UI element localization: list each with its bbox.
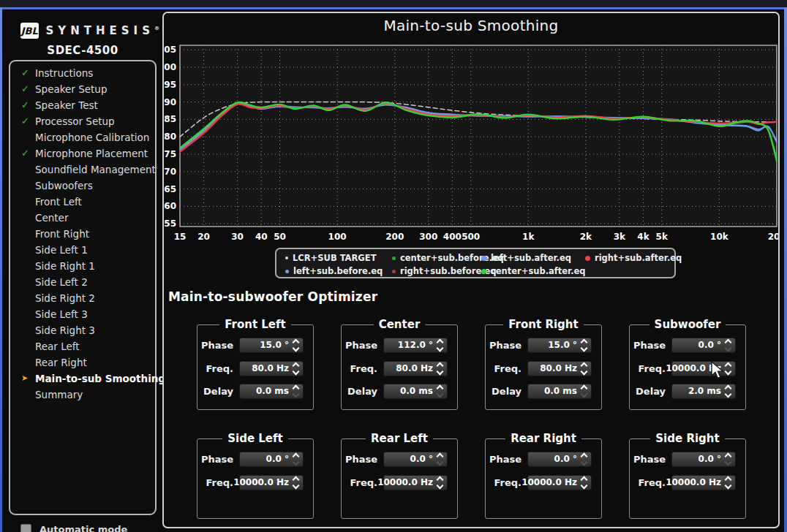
spinner-control[interactable] — [434, 453, 446, 466]
spinner-control[interactable] — [434, 339, 446, 352]
spinner-down-icon[interactable] — [437, 369, 443, 374]
spinner-control[interactable] — [579, 339, 590, 352]
sidebar-item-main-to-sub-smoothing[interactable]: ➤Main-to-sub Smoothing — [10, 370, 155, 387]
spinner-down-icon[interactable] — [293, 369, 298, 374]
spinner-down-icon[interactable] — [726, 392, 731, 397]
phase-input[interactable]: 15.0 ° — [239, 338, 304, 353]
freq-input[interactable]: 80.0 Hz — [383, 361, 448, 376]
sidebar-item-front-right[interactable]: Front Right — [10, 226, 155, 242]
phase-input[interactable]: 0.0 ° — [383, 452, 448, 467]
spinner-down-icon[interactable] — [293, 346, 298, 351]
spinner-control[interactable] — [434, 476, 446, 489]
field-value: 112.0 ° — [398, 338, 433, 352]
spinner-control[interactable] — [290, 362, 302, 375]
spinner-control[interactable] — [579, 453, 590, 466]
sidebar-item-side-right-2[interactable]: Side Right 2 — [10, 290, 155, 306]
spinner-up-icon[interactable] — [726, 477, 731, 482]
svg-text:80: 80 — [164, 132, 176, 142]
freq-input[interactable]: 10000.0 Hz — [239, 475, 304, 490]
phase-input[interactable]: 0.0 ° — [671, 338, 736, 353]
spinner-up-icon[interactable] — [581, 477, 587, 482]
spinner-control[interactable] — [290, 476, 302, 489]
spinner-control[interactable] — [434, 385, 446, 398]
spinner-control[interactable] — [579, 362, 590, 375]
spinner-down-icon[interactable] — [581, 369, 587, 374]
freq-input[interactable]: 10000.0 Hz — [527, 475, 592, 490]
spinner-down-icon[interactable] — [726, 369, 731, 374]
check-icon: ✓ — [21, 81, 33, 97]
spinner-control[interactable] — [290, 385, 302, 398]
spinner-control[interactable] — [723, 453, 734, 466]
delay-input[interactable]: 0.0 ms — [527, 384, 592, 399]
spinner-down-icon[interactable] — [581, 346, 587, 351]
spinner-control[interactable] — [723, 476, 734, 489]
sidebar-item-speaker-setup[interactable]: ✓Speaker Setup — [10, 81, 155, 97]
sidebar-item-microphone-placement[interactable]: ✓Microphone Placement — [10, 145, 155, 162]
spinner-control[interactable] — [290, 453, 302, 466]
spinner-down-icon[interactable] — [581, 460, 587, 465]
spinner-down-icon[interactable] — [437, 483, 443, 488]
spinner-control[interactable] — [723, 339, 734, 352]
sidebar-item-center[interactable]: Center — [10, 210, 155, 226]
sidebar-item-rear-left[interactable]: Rear Left — [10, 338, 155, 354]
sidebar-item-side-right-1[interactable]: Side Right 1 — [10, 258, 155, 274]
sidebar-item-instructions[interactable]: ✓Instructions — [10, 65, 155, 81]
spinner-down-icon[interactable] — [293, 460, 298, 465]
spinner-down-icon[interactable] — [437, 460, 443, 465]
spinner-up-icon[interactable] — [726, 363, 731, 368]
phase-input[interactable]: 112.0 ° — [383, 338, 448, 353]
sidebar-item-summary[interactable]: Summary — [10, 387, 155, 403]
freq-input[interactable]: 10000.0 Hz — [671, 475, 736, 490]
freq-input[interactable]: 10000.0 Hz — [671, 361, 736, 376]
delay-input[interactable]: 0.0 ms — [383, 384, 448, 399]
optimizer-panel-side-right: Side RightPhase0.0 °Freq.10000.0 Hz — [629, 433, 746, 519]
spinner-down-icon[interactable] — [293, 483, 298, 488]
spinner-down-icon[interactable] — [293, 392, 298, 397]
sidebar-item-rear-right[interactable]: Rear Right — [10, 354, 155, 370]
sidebar-item-speaker-test[interactable]: ✓Speaker Test — [10, 97, 155, 113]
freq-input[interactable]: 10000.0 Hz — [383, 475, 448, 490]
svg-text:10k: 10k — [710, 232, 729, 242]
field-label: Delay — [197, 384, 233, 399]
spinner-down-icon[interactable] — [437, 392, 443, 397]
phase-input[interactable]: 0.0 ° — [671, 452, 736, 467]
spinner-down-icon[interactable] — [581, 392, 587, 397]
sidebar-item-side-left-2[interactable]: Side Left 2 — [10, 274, 155, 290]
svg-text:15: 15 — [174, 232, 187, 242]
phase-input[interactable]: 15.0 ° — [527, 338, 592, 353]
spinner-control[interactable] — [579, 476, 590, 489]
field-label: Freq. — [341, 475, 377, 490]
freq-input[interactable]: 80.0 Hz — [527, 361, 592, 376]
automatic-mode-checkbox[interactable] — [20, 524, 31, 532]
delay-input[interactable]: 0.0 ms — [239, 384, 304, 399]
spinner-up-icon[interactable] — [293, 363, 298, 368]
spinner-control[interactable] — [434, 362, 446, 375]
sidebar-item-microphone-calibration[interactable]: Microphone Calibration — [10, 129, 155, 145]
spinner-down-icon[interactable] — [437, 346, 443, 351]
sidebar-item-side-right-3[interactable]: Side Right 3 — [10, 322, 155, 338]
spinner-up-icon[interactable] — [293, 477, 298, 482]
spinner-down-icon[interactable] — [726, 460, 731, 465]
page-title: Main-to-sub Smoothing — [164, 17, 778, 34]
spinner-up-icon[interactable] — [581, 363, 587, 368]
sidebar-item-front-left[interactable]: Front Left — [10, 194, 155, 210]
sidebar-item-soundfield-management[interactable]: Soundfield Management — [10, 162, 155, 178]
phase-input[interactable]: 0.0 ° — [239, 452, 304, 467]
spinner-control[interactable] — [290, 339, 302, 352]
delay-input[interactable]: 2.0 ms — [671, 384, 736, 399]
phase-input[interactable]: 0.0 ° — [527, 452, 592, 467]
sidebar-item-side-left-1[interactable]: Side Left 1 — [10, 242, 155, 258]
sidebar-item-processor-setup[interactable]: ✓Processor Setup — [10, 113, 155, 129]
spinner-up-icon[interactable] — [437, 477, 443, 482]
spinner-up-icon[interactable] — [437, 363, 443, 368]
optimizer-panel-rear-right: Rear RightPhase0.0 °Freq.10000.0 Hz — [485, 433, 602, 519]
freq-input[interactable]: 80.0 Hz — [239, 361, 304, 376]
field-value: 80.0 Hz — [252, 362, 289, 376]
sidebar-item-side-left-3[interactable]: Side Left 3 — [10, 306, 155, 322]
spinner-down-icon[interactable] — [726, 483, 731, 488]
spinner-down-icon[interactable] — [581, 483, 587, 488]
spinner-control[interactable] — [579, 385, 590, 398]
sidebar-item-subwoofers[interactable]: Subwoofers — [10, 178, 155, 194]
spinner-control[interactable] — [723, 385, 734, 398]
spinner-down-icon[interactable] — [726, 346, 731, 351]
